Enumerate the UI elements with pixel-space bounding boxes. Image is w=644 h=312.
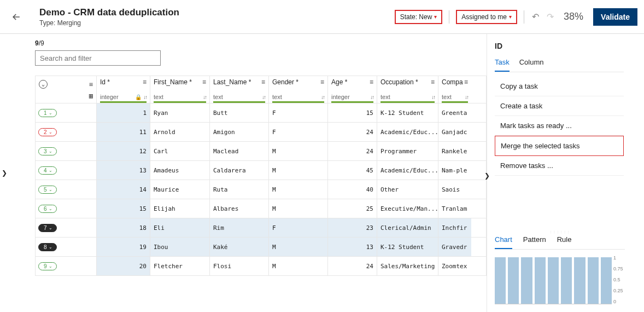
- action-item[interactable]: Create a task: [495, 96, 624, 116]
- column-menu-icon[interactable]: ≡: [202, 78, 206, 86]
- tab-column[interactable]: Column: [519, 58, 544, 72]
- table-icon[interactable]: ▦: [89, 92, 93, 100]
- panel-title: ID: [495, 42, 631, 50]
- table-row[interactable]: 9 ⌄ 20 Fletcher Flosi M 24 Sales/Marketi…: [36, 257, 486, 276]
- column-header[interactable]: Occupation *≡ text↓↑: [377, 76, 438, 103]
- chevron-down-icon: ⌄: [49, 264, 52, 269]
- column-type: text: [154, 94, 163, 100]
- row-badge[interactable]: 8 ⌄: [38, 243, 57, 251]
- action-item[interactable]: Mark tasks as ready ...: [495, 116, 624, 136]
- row-badge[interactable]: 9 ⌄: [38, 262, 57, 270]
- back-button[interactable]: [10, 10, 23, 24]
- row-count: 9/9: [35, 39, 487, 47]
- row-badge[interactable]: 6 ⌄: [38, 205, 57, 213]
- cell-first-name: Elijah: [150, 199, 210, 218]
- column-header[interactable]: First_Name *≡ text↓↑: [150, 76, 210, 103]
- cell-age: 24: [328, 142, 377, 160]
- page-subtitle: Type: Merging: [39, 19, 395, 27]
- sort-icon[interactable]: ↓↑: [143, 94, 147, 100]
- table-row[interactable]: 6 ⌄ 15 Elijah Albares M 25 Executive/Man…: [36, 199, 486, 218]
- cell-gender: F: [269, 123, 328, 141]
- right-collapse-handle[interactable]: ❯: [484, 172, 490, 180]
- row-badge[interactable]: 4 ⌄: [38, 166, 57, 175]
- drag-handle-icon[interactable]: : : : : : :: [495, 229, 625, 234]
- table-row[interactable]: 7 ⌄ 18 Eli Rim F 23 Clerical/Admin Inchf…: [36, 218, 486, 238]
- cell-age: 23: [328, 218, 377, 237]
- y-tick: 0.75: [613, 266, 625, 271]
- distribution-chart: 10.750.50.250: [495, 255, 625, 304]
- cell-company: Inchfir: [438, 218, 471, 237]
- table-row[interactable]: 1 ⌄ 1 Ryan Butt F 15 K-12 Student Greent…: [36, 103, 486, 123]
- column-header[interactable]: Id *≡ integer🔒 ↓↑: [97, 76, 150, 103]
- expand-all-icon[interactable]: ⌄: [39, 80, 48, 89]
- sort-icon[interactable]: ↓↑: [431, 94, 435, 100]
- row-badge[interactable]: 1 ⌄: [38, 109, 57, 117]
- row-badge[interactable]: 3 ⌄: [38, 147, 57, 155]
- tab-chart[interactable]: Chart: [495, 235, 512, 249]
- action-item[interactable]: Copy a task: [495, 77, 624, 96]
- chart-bar: [548, 257, 559, 304]
- cell-last-name: Rim: [210, 218, 269, 237]
- row-menu-icon[interactable]: ≡: [89, 80, 93, 88]
- chevron-down-icon: ⌄: [49, 111, 52, 115]
- column-header[interactable]: Last_Name *≡ text↓↑: [210, 76, 269, 103]
- cell-last-name: Albares: [210, 199, 269, 218]
- column-header[interactable]: Age *≡ integer↓↑: [328, 76, 377, 103]
- table-row[interactable]: 4 ⌄ 13 Amadeus Caldarera M 45 Academic/E…: [36, 161, 486, 180]
- state-filter[interactable]: State: New ▾: [395, 10, 443, 24]
- chevron-down-icon: ⌄: [49, 130, 52, 135]
- chart-bar: [521, 257, 532, 304]
- cell-gender: M: [269, 238, 328, 256]
- column-header[interactable]: Gender *≡ text↓↑: [269, 76, 328, 103]
- zoom-level: 38%: [564, 11, 583, 22]
- row-badge[interactable]: 2 ⌄: [38, 128, 57, 136]
- chevron-down-icon: ⌄: [49, 187, 52, 192]
- cell-occupation: K-12 Student: [377, 103, 438, 122]
- column-header[interactable]: Compa≡ text↓↑: [438, 76, 471, 103]
- chevron-down-icon: ▾: [434, 14, 437, 20]
- cell-occupation: Clerical/Admin: [377, 218, 438, 237]
- table-row[interactable]: 2 ⌄ 11 Arnold Amigon F 24 Academic/Educ.…: [36, 123, 486, 142]
- tab-pattern[interactable]: Pattern: [523, 235, 546, 249]
- action-item[interactable]: Merge the selected tasks: [495, 136, 624, 156]
- validate-button[interactable]: Validate: [593, 8, 637, 26]
- table-row[interactable]: 5 ⌄ 14 Maurice Ruta M 40 Other Saois: [36, 180, 486, 199]
- row-badge[interactable]: 7 ⌄: [38, 224, 57, 232]
- cell-first-name: Carl: [150, 142, 210, 160]
- sort-icon[interactable]: ↓↑: [262, 94, 265, 100]
- column-name: First_Name *: [154, 78, 192, 86]
- cell-id: 15: [97, 199, 150, 218]
- action-list: Copy a taskCreate a taskMark tasks as re…: [495, 77, 624, 176]
- left-expand-handle[interactable]: ❯: [0, 34, 9, 312]
- row-badge[interactable]: 5 ⌄: [38, 186, 57, 194]
- table-row[interactable]: 3 ⌄ 12 Carl Maclead M 24 Programmer Rank…: [36, 142, 486, 161]
- sort-icon[interactable]: ↓↑: [465, 94, 468, 100]
- action-item[interactable]: Remove tasks ...: [495, 156, 624, 176]
- undo-button[interactable]: ↶: [531, 11, 540, 22]
- chart-bar: [601, 257, 612, 304]
- sort-icon[interactable]: ↓↑: [321, 94, 324, 100]
- grid-header: ⌄ ≡ ▦ Id *≡ integer🔒 ↓↑First_Name *≡ tex…: [36, 76, 486, 103]
- column-menu-icon[interactable]: ≡: [320, 78, 324, 86]
- tab-rule[interactable]: Rule: [557, 235, 572, 249]
- sort-icon[interactable]: ↓↑: [203, 94, 206, 100]
- column-menu-icon[interactable]: ≡: [370, 78, 373, 86]
- search-input[interactable]: [35, 50, 161, 66]
- assigned-filter[interactable]: Assigned to me ▾: [456, 10, 517, 24]
- column-name: Id *: [100, 78, 110, 86]
- cell-company: Tranlam: [438, 199, 471, 218]
- sort-icon[interactable]: ↓↑: [370, 94, 373, 100]
- cell-occupation: Sales/Marketing: [377, 257, 438, 275]
- column-type: text: [213, 94, 223, 100]
- table-row[interactable]: 8 ⌄ 19 Ibou Kaké M 13 K-12 Student Grave…: [36, 238, 486, 257]
- tab-task[interactable]: Task: [495, 58, 510, 72]
- column-menu-icon[interactable]: ≡: [261, 78, 265, 86]
- column-menu-icon[interactable]: ≡: [431, 78, 435, 86]
- column-menu-icon[interactable]: ≡: [464, 78, 468, 86]
- chevron-down-icon: ⌄: [49, 168, 52, 173]
- redo-button[interactable]: ↷: [546, 11, 555, 22]
- cell-company: Saois: [438, 180, 471, 199]
- column-menu-icon[interactable]: ≡: [143, 78, 147, 86]
- cell-first-name: Amadeus: [150, 161, 210, 180]
- column-name: Last_Name *: [213, 78, 251, 86]
